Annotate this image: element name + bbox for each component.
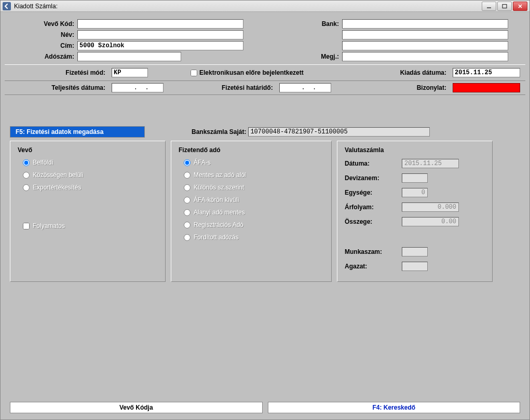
cim-input[interactable] — [77, 41, 243, 50]
datuma-label: Dátuma: — [345, 160, 402, 167]
svg-rect-1 — [502, 4, 507, 8]
ado-koroon-radio[interactable] — [184, 197, 191, 204]
ado-afas-radio[interactable] — [184, 159, 191, 166]
payment-bar-2: Teljesítés dátuma: Fizetési határidő: Bi… — [5, 81, 525, 95]
valuta-panel-title: Valutaszámla — [345, 146, 485, 154]
elektronikus-label: Elektronikusan előre bejelentkezett — [199, 69, 304, 76]
ado-koroon-label: ÁFA-körön kívüli — [194, 196, 239, 204]
cim-label: Cím: — [10, 42, 77, 49]
arfolyam-input[interactable] — [402, 202, 459, 212]
bank3-input[interactable] — [342, 41, 508, 50]
vevo-export-label: Exportértékesítés — [33, 184, 81, 191]
maximize-button[interactable] — [497, 2, 512, 11]
bank-sajat-label: Bankszámla Saját: — [192, 128, 246, 136]
folyamatos-checkbox[interactable] — [23, 223, 30, 229]
footer-status: Vevő Kódja — [10, 402, 263, 413]
app-window: Kiadott Számla: Vevő Kód: Bank: Név: Cím… — [0, 0, 530, 420]
ado-panel-title: Fizetendő adó — [179, 146, 324, 154]
elektronikus-checkbox[interactable] — [191, 70, 197, 76]
nev-input[interactable] — [77, 30, 243, 39]
header-form: Vevő Kód: Bank: Név: Cím: Adószám: Megj.… — [5, 16, 525, 64]
osszege-label: Összege: — [345, 218, 402, 225]
ado-kulonos-radio[interactable] — [184, 184, 191, 191]
megj-input[interactable] — [342, 52, 508, 61]
vevo-kozossegen-label: Közösségen belüli — [33, 171, 83, 179]
bizonylat-label: Bizonylat: — [417, 84, 450, 91]
devizanem-label: Devizanem: — [345, 174, 402, 182]
devizanem-input[interactable] — [402, 173, 428, 183]
datuma-input[interactable] — [402, 159, 459, 168]
content-area: Vevő Kód: Bank: Név: Cím: Adószám: Megj.… — [1, 12, 529, 419]
valuta-panel: Valutaszámla Dátuma: Devizanem: Egysége:… — [337, 141, 493, 282]
vevo-kod-input[interactable] — [77, 19, 243, 29]
agazat-label: Agazat: — [345, 263, 402, 270]
ado-forditott-label: Fordított adózás — [194, 234, 239, 241]
kiadas-datuma-input[interactable] — [453, 68, 520, 77]
fizetesi-mod-label: Fizetési mód: — [10, 69, 108, 76]
ado-kulonos-label: Különös sz.szerint — [194, 184, 244, 191]
fizetesi-mod-input[interactable] — [112, 68, 148, 77]
tab-fizetesi-adatok[interactable]: F5: Fizetési adatok megadása — [10, 126, 145, 138]
agazat-input[interactable] — [402, 262, 428, 271]
kiadas-datuma-label: Kiadás dátuma: — [400, 69, 450, 76]
vevo-panel-title: Vevő — [18, 146, 158, 154]
folyamatos-label: Folyamatos — [33, 222, 65, 229]
ado-regisztracios-label: Regisztrációs Adó — [194, 221, 243, 228]
munkaszam-label: Munkaszam: — [345, 248, 402, 255]
ado-forditott-radio[interactable] — [184, 234, 191, 241]
vevo-panel: Vevő Belföldi Közösségen belüli Exportér… — [10, 141, 166, 282]
app-icon — [3, 2, 11, 10]
bank-sajat-input[interactable] — [248, 127, 430, 137]
adoszam-label: Adószám: — [10, 53, 77, 60]
arfolyam-label: Árfolyam: — [345, 204, 402, 211]
window-title: Kiadott Számla: — [14, 3, 482, 10]
bank-label: Bank: — [243, 20, 342, 28]
tab-area: F5: Fizetési adatok megadása Bankszámla … — [10, 126, 520, 282]
close-button[interactable] — [513, 2, 527, 11]
ado-afas-label: ÁFA-s — [194, 159, 211, 166]
minimize-button[interactable] — [482, 2, 496, 11]
ado-panel: Fizetendő adó ÁFA-s Mentes az adó alól K… — [171, 141, 332, 282]
egysege-label: Egysége: — [345, 189, 402, 196]
bank2-input[interactable] — [342, 30, 508, 39]
munkaszam-input[interactable] — [402, 247, 428, 256]
bank-input[interactable] — [342, 19, 508, 29]
vevo-belfoldi-label: Belföldi — [33, 159, 53, 166]
ado-mentes-radio[interactable] — [184, 172, 191, 179]
vevo-export-radio[interactable] — [23, 184, 30, 191]
ado-regisztracios-radio[interactable] — [184, 222, 191, 228]
bizonylat-box — [453, 83, 520, 92]
footer: Vevő Kódja F4: Kereskedő — [5, 402, 525, 415]
fizetesi-hatarido-input[interactable] — [279, 83, 331, 92]
fizetesi-hatarido-label: Fizetési határidő: — [222, 84, 276, 91]
payment-bar: Fizetési mód: Elektronikusan előre bejel… — [5, 64, 525, 81]
megj-label: Megj.: — [243, 53, 342, 60]
vevo-kozossegen-radio[interactable] — [23, 172, 30, 179]
ado-alanyi-radio[interactable] — [184, 209, 191, 216]
osszege-input[interactable] — [402, 217, 459, 226]
footer-f4-button[interactable]: F4: Kereskedő — [268, 402, 521, 413]
teljesites-input[interactable] — [112, 83, 164, 92]
titlebar: Kiadott Számla: — [1, 1, 529, 12]
egysege-input[interactable] — [402, 188, 428, 197]
teljesites-label: Teljesítés dátuma: — [10, 84, 108, 91]
adoszam-input[interactable] — [77, 52, 181, 61]
ado-alanyi-label: Alanyi adó mentes — [194, 209, 245, 216]
vevo-kod-label: Vevő Kód: — [10, 20, 77, 28]
vevo-belfoldi-radio[interactable] — [23, 159, 30, 166]
ado-mentes-label: Mentes az adó alól — [194, 171, 246, 179]
nev-label: Név: — [10, 31, 77, 38]
